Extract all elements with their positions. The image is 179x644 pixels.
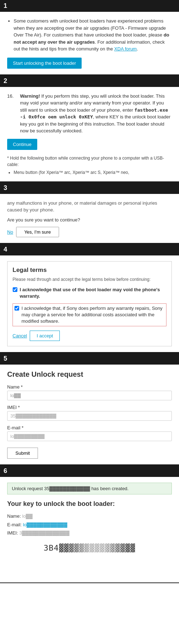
section-2-content: 16. Warning! If you perform this step, y… bbox=[0, 87, 179, 182]
step-16-text: Warning! If you perform this step, you w… bbox=[20, 93, 172, 135]
email-group: E-mail * bbox=[7, 425, 172, 441]
section-5: 5 Create Unlock request Name * IMEI * E-… bbox=[0, 353, 179, 465]
checkbox-1-label: I acknowledge that use of the boot loade… bbox=[20, 287, 166, 299]
section-6: 6 Unlock request 35▓▓▓▓▓▓▓▓▓▓▓▓ has been… bbox=[0, 465, 179, 583]
imei-label: IMEI * bbox=[7, 405, 172, 410]
imei-input[interactable] bbox=[7, 411, 172, 421]
form-title: Create Unlock request bbox=[7, 370, 172, 379]
section-1-text: Some customers with unlocked boot loader… bbox=[7, 18, 172, 53]
key-title: Your key to unlock the boot loader: bbox=[7, 500, 172, 508]
success-banner: Unlock request 35▓▓▓▓▓▓▓▓▓▓▓▓ has been c… bbox=[7, 483, 172, 494]
email-label: E-mail * bbox=[7, 425, 172, 430]
imei-detail-value: 3▓▓▓▓▓▓▓▓▓▓▓▓▓▓ bbox=[19, 530, 69, 536]
confirm-question: Are you sure you want to continue? bbox=[7, 217, 172, 223]
legal-subtitle: Please read through and accept the legal… bbox=[13, 277, 166, 283]
checkbox-row-1: I acknowledge that use of the boot loade… bbox=[13, 287, 166, 299]
name-row: Name: lo▓▓ bbox=[7, 512, 172, 520]
checkbox-2-label: I acknowledge that, if Sony does perform… bbox=[21, 305, 165, 325]
note-text: * Hold the following button while connec… bbox=[7, 155, 172, 176]
legal-buttons: Cancel I accept bbox=[13, 331, 166, 341]
email-detail-value[interactable]: lo▓▓▓▓▓▓▓▓▓▓▓▓ bbox=[23, 522, 67, 527]
success-msg-pre: Unlock request 35▓▓▓▓▓▓▓▓▓▓▓▓ bbox=[12, 486, 90, 491]
imei-group: IMEI * bbox=[7, 405, 172, 421]
legal-title: Legal terms bbox=[13, 267, 166, 274]
section-1-header: 1 bbox=[0, 0, 179, 12]
confirm-text-1: any malfunctions in your phone, or mater… bbox=[7, 200, 172, 214]
step-16: 16. Warning! If you perform this step, y… bbox=[7, 93, 172, 135]
continue-button[interactable]: Continue bbox=[7, 139, 37, 150]
section-4: 4 Legal terms Please read through and ac… bbox=[0, 244, 179, 353]
cancel-button[interactable]: Cancel bbox=[13, 331, 27, 341]
section-3-content: any malfunctions in your phone, or mater… bbox=[0, 194, 179, 244]
section-4-content: Legal terms Please read through and acce… bbox=[0, 255, 179, 353]
yes-button[interactable]: Yes, I'm sure bbox=[16, 227, 59, 237]
section-1-bullet: Some customers with unlocked boot loader… bbox=[14, 18, 172, 53]
name-group: Name * bbox=[7, 384, 172, 400]
no-button[interactable]: No bbox=[7, 229, 13, 235]
xda-forum-link[interactable]: XDA forum bbox=[114, 46, 137, 52]
success-msg-post: has been created. bbox=[90, 486, 129, 491]
step-number: 16. bbox=[7, 93, 17, 135]
email-row: E-mail: lo▓▓▓▓▓▓▓▓▓▓▓▓ bbox=[7, 521, 172, 529]
section-6-content: Unlock request 35▓▓▓▓▓▓▓▓▓▓▓▓ has been c… bbox=[0, 477, 179, 583]
section-4-header: 4 bbox=[0, 244, 179, 255]
section-3: 3 any malfunctions in your phone, or mat… bbox=[0, 182, 179, 244]
email-detail-label: E-mail: bbox=[7, 522, 21, 527]
section-5-content: Create Unlock request Name * IMEI * E-ma… bbox=[0, 365, 179, 465]
section-5-header: 5 bbox=[0, 353, 179, 365]
section-2: 2 16. Warning! If you perform this step,… bbox=[0, 75, 179, 182]
imei-detail-label: IMEI: bbox=[7, 530, 18, 536]
name-detail-value: lo▓▓ bbox=[22, 513, 33, 519]
email-input[interactable] bbox=[7, 431, 172, 441]
name-input[interactable] bbox=[7, 391, 172, 400]
unlock-key: 3B4▓▓▓▓▓▓▓▓▓▓▓▓▓▓▓ bbox=[7, 541, 172, 555]
name-label: Name * bbox=[7, 384, 172, 390]
checkbox-sony-fee[interactable] bbox=[14, 306, 19, 311]
start-unlock-button[interactable]: Start unlocking the boot loader bbox=[7, 58, 82, 69]
section-6-header: 6 bbox=[0, 465, 179, 477]
section-2-header: 2 bbox=[0, 75, 179, 87]
accept-button[interactable]: I accept bbox=[30, 331, 60, 341]
submit-button[interactable]: Submit bbox=[7, 448, 38, 459]
confirm-buttons: No Yes, I'm sure bbox=[7, 227, 172, 237]
checkbox-row-2: I acknowledge that, if Sony does perform… bbox=[13, 303, 166, 327]
legal-box: Legal terms Please read through and acce… bbox=[7, 261, 172, 347]
key-details: Name: lo▓▓ E-mail: lo▓▓▓▓▓▓▓▓▓▓▓▓ IMEI: … bbox=[7, 512, 172, 537]
name-detail-label: Name: bbox=[7, 513, 21, 519]
note-item-1: Menu button (for Xperia™ arc, Xperia™ ar… bbox=[14, 169, 172, 176]
checkbox-warranty[interactable] bbox=[13, 287, 18, 292]
section-3-header: 3 bbox=[0, 182, 179, 194]
warning-label: Warning! bbox=[20, 93, 40, 99]
section-1-content: Some customers with unlocked boot loader… bbox=[0, 12, 179, 75]
section-1: 1 Some customers with unlocked boot load… bbox=[0, 0, 179, 75]
imei-row: IMEI: 3▓▓▓▓▓▓▓▓▓▓▓▓▓▓ bbox=[7, 529, 172, 537]
